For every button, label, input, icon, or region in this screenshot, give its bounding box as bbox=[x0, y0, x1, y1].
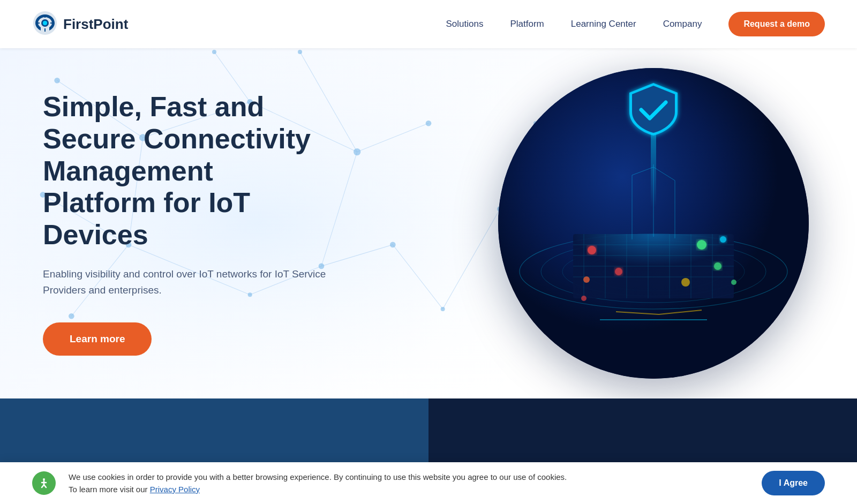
cookie-banner: We use cookies in order to provide you w… bbox=[0, 462, 857, 505]
svg-point-57 bbox=[583, 276, 590, 283]
nav-learning-center[interactable]: Learning Center bbox=[571, 19, 636, 29]
nav-platform[interactable]: Platform bbox=[510, 19, 544, 29]
hero-section: Simple, Fast and Secure Connectivity Man… bbox=[0, 48, 857, 398]
iot-illustration bbox=[498, 68, 809, 379]
svg-point-33 bbox=[441, 307, 445, 311]
hero-title: Simple, Fast and Secure Connectivity Man… bbox=[43, 91, 332, 251]
svg-point-32 bbox=[390, 242, 396, 248]
header: FirstPoint Solutions Platform Learning C… bbox=[0, 0, 857, 48]
accessibility-icon bbox=[32, 471, 56, 495]
learn-more-button[interactable]: Learn more bbox=[43, 322, 152, 356]
request-demo-button[interactable]: Request a demo bbox=[728, 12, 825, 36]
hero-subtitle: Enabling visibility and control over IoT… bbox=[43, 266, 332, 299]
svg-point-59 bbox=[720, 236, 726, 243]
svg-point-31 bbox=[426, 121, 432, 126]
privacy-policy-link[interactable]: Privacy Policy bbox=[150, 485, 200, 494]
svg-point-58 bbox=[681, 278, 690, 287]
svg-line-75 bbox=[44, 485, 46, 487]
cookie-agree-button[interactable]: I Agree bbox=[762, 471, 825, 495]
hero-content: Simple, Fast and Secure Connectivity Man… bbox=[0, 48, 375, 398]
logo[interactable]: FirstPoint bbox=[32, 10, 128, 38]
nav-solutions[interactable]: Solutions bbox=[446, 19, 483, 29]
nav-company[interactable]: Company bbox=[663, 19, 702, 29]
cookie-line2: To learn more visit our bbox=[69, 485, 150, 494]
iot-svg bbox=[498, 68, 809, 379]
cookie-message: We use cookies in order to provide you w… bbox=[69, 471, 749, 496]
svg-point-60 bbox=[581, 296, 587, 301]
svg-point-55 bbox=[697, 240, 706, 250]
main-nav: Solutions Platform Learning Center Compa… bbox=[446, 12, 825, 36]
logo-icon bbox=[32, 10, 58, 38]
svg-point-53 bbox=[588, 246, 596, 254]
svg-line-17 bbox=[393, 245, 442, 309]
logo-text: FirstPoint bbox=[63, 16, 128, 33]
svg-point-61 bbox=[731, 280, 736, 285]
cookie-line1: We use cookies in order to provide you w… bbox=[69, 472, 567, 482]
svg-point-54 bbox=[615, 268, 622, 275]
svg-point-56 bbox=[714, 262, 721, 270]
hero-image bbox=[471, 68, 836, 379]
svg-rect-68 bbox=[651, 127, 656, 207]
svg-point-2 bbox=[43, 21, 47, 25]
